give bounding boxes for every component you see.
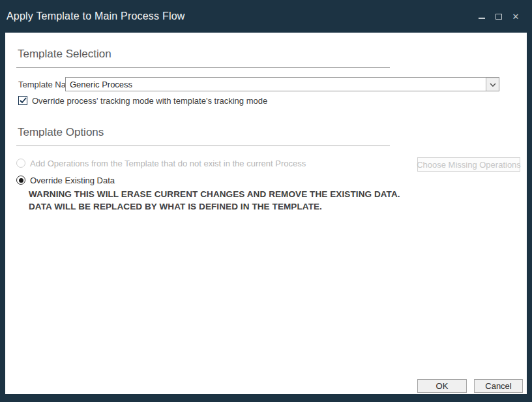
section-separator	[16, 67, 390, 68]
warning-line-2: DATA WILL BE REPLACED BY WHAT IS DEFINED…	[29, 200, 420, 213]
template-name-combobox[interactable]: Generic Process	[65, 77, 499, 91]
title-bar: Apply Template to Main Process Flow ✕	[0, 0, 532, 33]
template-selection-heading: Template Selection	[18, 48, 111, 61]
add-operations-radio	[16, 159, 25, 168]
override-existing-radio-row[interactable]: Override Existing Data	[16, 175, 115, 185]
minimize-button[interactable]	[476, 10, 488, 22]
dialog-window: Apply Template to Main Process Flow ✕ Te…	[0, 0, 532, 402]
dialog-content: Template Selection Template Name: Generi…	[5, 33, 527, 394]
window-controls: ✕	[476, 0, 522, 33]
tracking-checkbox-row[interactable]: Override process' tracking mode with tem…	[18, 95, 267, 106]
tracking-checkbox-label: Override process' tracking mode with tem…	[32, 96, 267, 106]
maximize-button[interactable]	[493, 10, 505, 22]
checkmark-icon	[20, 97, 27, 104]
chevron-down-icon	[490, 83, 496, 87]
choose-missing-operations-button: Choose Missing Operations	[417, 157, 520, 172]
tracking-checkbox[interactable]	[18, 96, 27, 105]
section-separator	[16, 146, 390, 146]
radio-dot	[19, 178, 23, 183]
add-operations-label: Add Operations from the Template that do…	[30, 159, 306, 168]
ok-button[interactable]: OK	[417, 379, 467, 393]
minimize-icon	[479, 18, 485, 19]
cancel-button[interactable]: Cancel	[474, 379, 523, 393]
maximize-icon	[495, 14, 502, 20]
add-operations-radio-row: Add Operations from the Template that do…	[16, 158, 306, 168]
close-icon: ✕	[512, 12, 520, 21]
warning-line-1: WARNING THIS WILL ERASE CURRENT CHANGES …	[29, 188, 420, 200]
close-button[interactable]: ✕	[510, 10, 522, 22]
override-existing-label: Override Existing Data	[30, 176, 115, 185]
override-existing-radio[interactable]	[16, 176, 25, 185]
warning-text: WARNING THIS WILL ERASE CURRENT CHANGES …	[29, 188, 420, 213]
template-options-heading: Template Options	[18, 126, 104, 139]
window-title: Apply Template to Main Process Flow	[0, 10, 185, 22]
combobox-dropdown-button[interactable]	[486, 78, 499, 91]
template-name-value: Generic Process	[66, 80, 486, 89]
